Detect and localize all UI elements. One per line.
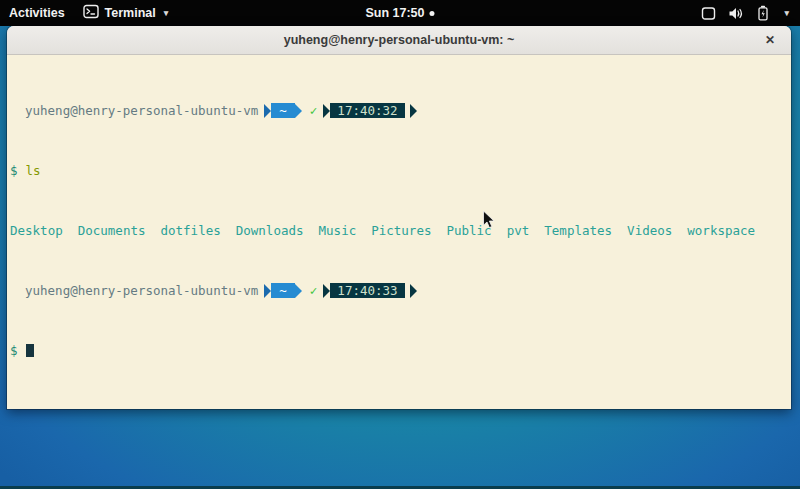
prompt-cwd-segment: ~ <box>271 283 295 298</box>
app-menu-label: Terminal <box>105 6 156 20</box>
terminal-window: yuheng@henry-personal-ubuntu-vm: ~ ✕ yuh… <box>7 26 791 409</box>
status-check-icon: ✓ <box>310 283 318 298</box>
prompt-time-segment: 17:40:33 <box>330 283 404 298</box>
activities-button[interactable]: Activities <box>0 0 74 26</box>
prompt-cwd-segment: ~ <box>271 103 295 118</box>
battery-charging-icon <box>756 5 770 21</box>
close-button[interactable]: ✕ <box>761 31 779 49</box>
powerline-arrow <box>264 104 271 118</box>
clock-button[interactable]: Sun 17:50 <box>356 0 443 26</box>
powerline-arrow <box>410 284 417 298</box>
clock-label: Sun 17:50 <box>365 6 424 20</box>
prompt-line-2: yuheng@henry-personal-ubuntu-vm ~ ✓ 17:4… <box>10 283 791 298</box>
chevron-down-icon: ▾ <box>784 9 789 18</box>
typed-command: ls <box>26 163 41 178</box>
desktop: Activities Terminal ▾ Sun 17:50 <box>0 0 800 489</box>
prompt-line-1: yuheng@henry-personal-ubuntu-vm ~ ✓ 17:4… <box>10 103 791 118</box>
titlebar[interactable]: yuheng@henry-personal-ubuntu-vm: ~ ✕ <box>7 26 791 55</box>
ls-output: Desktop Documents dotfiles Downloads Mus… <box>10 223 791 238</box>
app-menu-terminal[interactable]: Terminal ▾ <box>74 0 178 26</box>
volume-icon <box>728 6 744 21</box>
window-title: yuheng@henry-personal-ubuntu-vm: ~ <box>284 33 515 47</box>
powerline-arrow <box>323 284 330 298</box>
powerline-arrow <box>323 104 330 118</box>
prompt-host: yuheng@henry-personal-ubuntu-vm <box>10 283 258 298</box>
input-line: $ <box>10 343 791 358</box>
prompt-time-segment: 17:40:32 <box>330 103 404 118</box>
terminal-cursor <box>26 344 34 357</box>
status-check-icon: ✓ <box>310 103 318 118</box>
display-icon <box>701 6 716 21</box>
terminal-content[interactable]: yuheng@henry-personal-ubuntu-vm ~ ✓ 17:4… <box>7 55 791 409</box>
command-line: $ ls <box>10 163 791 178</box>
top-bar: Activities Terminal ▾ Sun 17:50 <box>0 0 800 26</box>
chevron-down-icon: ▾ <box>164 9 169 18</box>
prompt-char: $ <box>10 163 18 178</box>
prompt-host: yuheng@henry-personal-ubuntu-vm <box>10 103 258 118</box>
system-menu[interactable]: ▾ <box>692 0 798 26</box>
notification-dot <box>430 11 435 16</box>
powerline-arrow <box>295 284 302 298</box>
prompt-char: $ <box>10 343 18 358</box>
powerline-arrow <box>264 284 271 298</box>
terminal-app-icon <box>83 4 99 22</box>
powerline-arrow <box>410 104 417 118</box>
powerline-arrow <box>295 104 302 118</box>
